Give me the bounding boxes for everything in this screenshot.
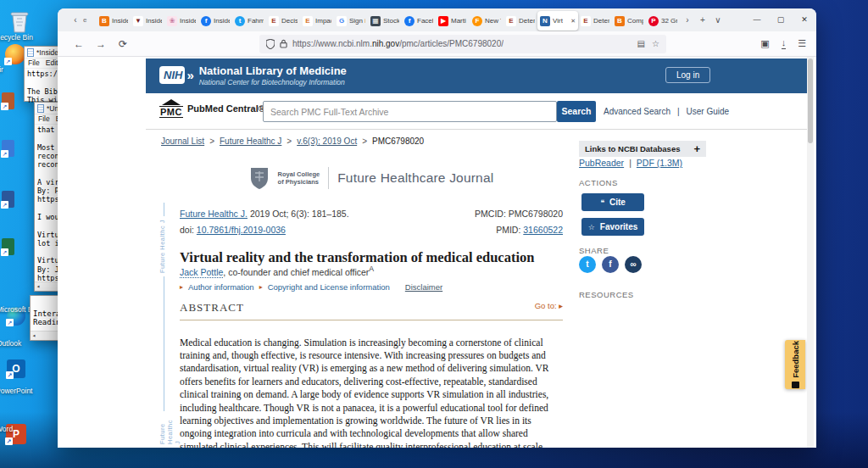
plus-icon[interactable]: + <box>693 142 700 155</box>
browser-tab[interactable]: ▦ Stock <box>368 11 402 31</box>
firefox-shortcut-icon[interactable] <box>5 44 25 64</box>
feedback-label: Feedback <box>791 341 800 378</box>
arrow-icon: ▸ <box>259 283 263 291</box>
share-icon[interactable]: t <box>579 256 596 273</box>
tab-label: Faceb <box>417 17 433 25</box>
copyright-license-link[interactable]: Copyright and License information <box>268 282 390 292</box>
partial-tab[interactable]: e <box>83 16 97 24</box>
breadcrumb-issue[interactable]: v.6(3); 2019 Oct <box>297 136 357 146</box>
new-tab-button[interactable]: + <box>695 15 710 25</box>
pmc-logo[interactable]: PMC PubMed Central® <box>159 99 265 118</box>
divider: | <box>677 107 680 116</box>
cite-button[interactable]: ❝ Cite <box>581 193 644 211</box>
browser-tab[interactable]: ▶ Marti <box>436 11 470 31</box>
tab-list-button[interactable]: ∨ <box>710 15 726 25</box>
nih-logo-chevron-icon: » <box>186 68 193 82</box>
outlook-shortcut-icon[interactable]: O <box>7 359 25 378</box>
back-button[interactable]: ← <box>68 38 90 50</box>
feedback-button[interactable]: Feedback <box>785 340 805 389</box>
browser-tab[interactable]: f Inside <box>198 11 232 31</box>
breadcrumb-separator: > <box>362 136 367 146</box>
url-domain: nih.gov <box>372 39 399 48</box>
divider <box>328 167 329 189</box>
tab-favicon: ▶ <box>438 16 448 26</box>
author-link[interactable]: Jack Pottle <box>180 267 223 278</box>
desktop-shortcut-partial-icon[interactable] <box>2 92 14 109</box>
disclaimer-link[interactable]: Disclaimer <box>405 282 442 292</box>
browser-tab[interactable]: E Deten <box>578 11 612 31</box>
menu-hamburger-icon[interactable]: ☰ <box>798 38 806 49</box>
reload-button[interactable]: ⟳ <box>112 38 134 50</box>
browser-tab[interactable]: t Fahm <box>232 11 266 31</box>
share-icon[interactable]: f <box>602 256 619 273</box>
downloads-icon[interactable]: ↓ <box>782 38 787 49</box>
tracking-protection-shield-icon[interactable] <box>266 39 275 49</box>
login-button[interactable]: Log in <box>665 67 710 83</box>
browser-tab[interactable]: P 32 Gr <box>646 11 680 31</box>
tab-scroll-left-icon[interactable]: ‹ <box>68 15 83 25</box>
pmc-temple-icon: PMC <box>159 99 183 118</box>
tab-favicon: ❀ <box>167 16 177 26</box>
close-button[interactable]: ✕ <box>793 8 816 31</box>
vertical-scrollbar[interactable] <box>807 57 814 448</box>
side-rail-label: Future Healthc J <box>159 216 166 276</box>
browser-tab[interactable]: E Impac <box>300 11 334 31</box>
goto-label[interactable]: Go to: <box>535 301 557 310</box>
outlook-label: Outlook <box>0 340 21 348</box>
feedback-icon <box>792 382 799 388</box>
scrollbar-thumb[interactable] <box>808 58 813 143</box>
browser-tab[interactable]: B Inside <box>97 11 131 31</box>
author-information-link[interactable]: Author information <box>188 282 254 292</box>
desktop-shortcut-partial-icon[interactable] <box>2 191 14 208</box>
scroll-left-arrow-icon[interactable]: ◂ <box>32 332 36 339</box>
browser-tab[interactable]: f Faceb <box>402 11 436 31</box>
browser-tab[interactable]: G Sign i <box>334 11 368 31</box>
page-content: NIH » National Library of Medicine Natio… <box>58 57 816 448</box>
advanced-search-link[interactable]: Advanced Search <box>604 107 670 116</box>
share-icon[interactable]: ∞ <box>625 256 642 273</box>
favorites-button[interactable]: ☆ Favorites <box>581 218 644 236</box>
plus-icon[interactable]: + <box>693 142 700 155</box>
desktop-shortcut-partial-icon[interactable] <box>2 140 14 157</box>
doi-label: doi: <box>180 225 194 235</box>
scroll-left-arrow-icon[interactable]: ◂ <box>36 283 40 290</box>
pmid-link[interactable]: 31660522 <box>523 225 563 235</box>
browser-tab[interactable]: E Deten <box>504 11 537 31</box>
lock-icon[interactable] <box>280 39 287 48</box>
pubreader-link[interactable]: PubReader <box>579 158 624 168</box>
minimize-button[interactable]: — <box>745 8 769 31</box>
pdf-link[interactable]: PDF (1.3M) <box>637 158 682 168</box>
browser-tab[interactable]: B Comp <box>612 11 646 31</box>
tab-label: New T <box>485 17 501 25</box>
notepad-icon <box>37 104 44 113</box>
browser-tab[interactable]: N Virt ✕ <box>537 11 578 31</box>
tab-favicon: N <box>540 16 550 26</box>
search-button[interactable]: Search <box>557 101 596 122</box>
browser-tab[interactable]: F New T <box>470 11 504 31</box>
goto-arrow-icon[interactable]: ▸ <box>559 301 563 310</box>
tab-close-icon[interactable]: ✕ <box>570 18 576 25</box>
browser-tab[interactable]: E Decis <box>266 11 300 31</box>
tab-label: Virt <box>553 17 563 25</box>
pmc-search-input[interactable] <box>263 101 557 122</box>
nih-logo[interactable]: NIH » National Library of Medicine Natio… <box>159 64 347 86</box>
browser-tab[interactable]: ▼ Inside <box>131 11 164 31</box>
journal-abbrev-link[interactable]: Future Healthc J. <box>180 209 248 219</box>
breadcrumb-journal[interactable]: Future Healthc J <box>220 136 281 146</box>
tab-scroll-right-icon[interactable]: › <box>680 15 695 25</box>
plus-icon[interactable]: + <box>693 142 700 155</box>
ncbi-subtitle: National Center for Biotechnology Inform… <box>199 78 347 86</box>
user-guide-link[interactable]: User Guide <box>687 107 730 116</box>
doi-link[interactable]: 10.7861/fhj.2019-0036 <box>197 225 286 235</box>
url-text[interactable]: https://www.ncbi.nlm.nih.gov/pmc/article… <box>292 39 504 48</box>
maximize-button[interactable]: ▢ <box>769 8 793 31</box>
breadcrumb-separator: > <box>209 136 214 146</box>
breadcrumb-journal-list[interactable]: Journal List <box>161 136 204 146</box>
bookmark-star-icon[interactable]: ☆ <box>652 39 659 48</box>
forward-button[interactable]: → <box>90 38 112 50</box>
address-bar[interactable]: https://www.ncbi.nlm.nih.gov/pmc/article… <box>259 35 666 53</box>
browser-tab[interactable]: ❀ Inside <box>164 11 198 31</box>
reader-mode-icon[interactable]: ▤ <box>637 39 645 48</box>
excel-shortcut-partial-icon[interactable] <box>2 238 14 255</box>
library-icon[interactable]: ▣ <box>760 38 769 49</box>
